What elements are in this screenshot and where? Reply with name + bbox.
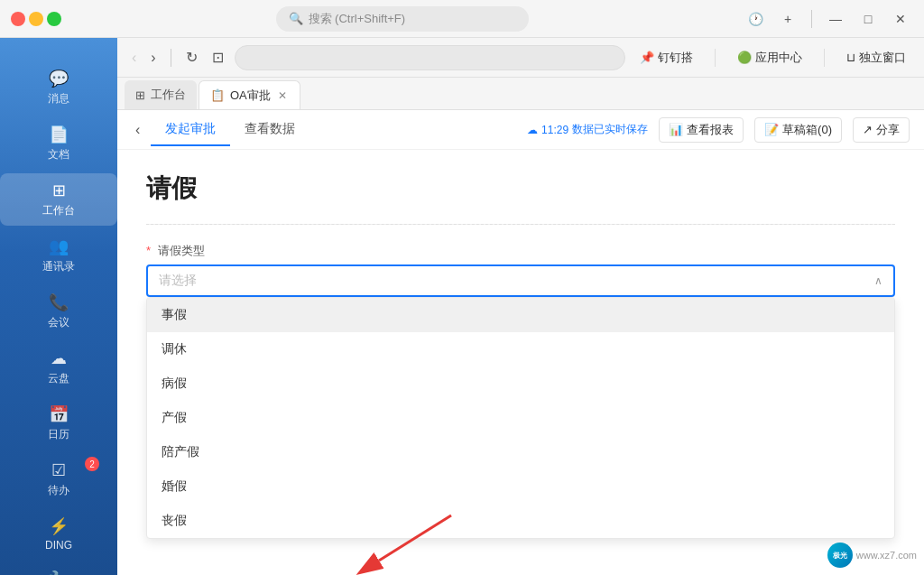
cloud-icon: ☁ — [527, 124, 538, 136]
sidebar: 💬 消息 📄 文档 ⊞ 工作台 👥 通讯录 📞 会议 ☁ 云盘 📅 日历 ☑ — [0, 38, 117, 575]
share-label: 分享 — [876, 122, 900, 138]
sidebar-item-label: 工作台 — [42, 203, 75, 218]
dropdown-item-tiaoxiu[interactable]: 调休 — [147, 332, 894, 366]
standalone-label: 独立窗口 — [859, 50, 906, 66]
app-center-icon: 🟢 — [737, 51, 752, 64]
add-tab-button[interactable]: + — [775, 6, 800, 32]
workbench-tab-label: 工作台 — [151, 87, 186, 103]
page-tabs: 发起审批 查看数据 — [151, 114, 310, 146]
watermark: 极光 www.xz7.com — [827, 543, 917, 568]
dropdown-item-peichanjia[interactable]: 陪产假 — [147, 435, 894, 469]
window-close[interactable]: ✕ — [888, 6, 913, 32]
save-text: 数据已实时保存 — [572, 122, 648, 137]
maximize-button[interactable] — [47, 12, 61, 26]
search-icon: 🔍 — [289, 12, 303, 25]
form-title: 请假 — [146, 172, 895, 206]
minimize-button[interactable] — [29, 12, 43, 26]
sidebar-item-label: 消息 — [48, 91, 69, 107]
watermark-logo: 极光 — [827, 543, 853, 568]
sidebar-item-cloud[interactable]: ☁ 云盘 — [0, 341, 117, 394]
window-minimize[interactable]: — — [823, 6, 848, 32]
required-marker: * — [146, 244, 151, 257]
tab-close-button[interactable]: ✕ — [276, 88, 289, 103]
titlebar-actions: 🕐 + — □ ✕ — [743, 6, 913, 32]
titlebar: 🔍 搜索 (Ctrl+Shift+F) 🕐 + — □ ✕ — [0, 0, 924, 38]
save-status: ☁ 11:29 数据已实时保存 — [527, 122, 648, 137]
dropdown-item-saijia[interactable]: 丧假 — [147, 504, 894, 538]
window-maximize[interactable]: □ — [855, 6, 881, 32]
tabs-bar: ⊞ 工作台 📋 OA审批 ✕ — [117, 78, 924, 110]
calendar-icon: 📅 — [49, 404, 69, 424]
dropdown-item-bingjia[interactable]: 病假 — [147, 366, 894, 401]
ding-icon: ⚡ — [49, 516, 69, 536]
sidebar-item-label: 待办 — [48, 483, 69, 498]
leave-type-select-wrapper: 请选择 ∧ 事假 调休 病假 产假 陪产假 婚假 丧假 — [146, 264, 895, 297]
draft-button[interactable]: 📝 草稿箱(0) — [754, 117, 842, 143]
oa-tab-label: OA审批 — [230, 88, 271, 104]
form-area: 请假 * 请假类型 请选择 ∧ 事假 调休 病假 — [117, 150, 924, 575]
page-toolbar: ‹ 发起审批 查看数据 ☁ 11:29 数据已实时保存 📊 查看报表 📝 草稿箱… — [117, 110, 924, 150]
sidebar-item-project[interactable]: 🔧 项目 — [0, 562, 117, 575]
select-placeholder: 请选择 — [159, 273, 197, 289]
close-button[interactable] — [11, 12, 25, 26]
workbench-tab-icon: ⊞ — [135, 88, 145, 102]
history-button[interactable]: 🕐 — [743, 6, 768, 32]
leave-type-dropdown: 事假 调休 病假 产假 陪产假 婚假 丧假 — [146, 297, 895, 539]
meeting-icon: 📞 — [49, 292, 69, 312]
dingtalk-button[interactable]: 📌 钉钉搭 — [633, 46, 700, 70]
message-icon: 💬 — [49, 69, 69, 88]
watermark-url: www.xz7.com — [856, 550, 917, 561]
nav-back-button[interactable]: ‹ — [128, 46, 140, 70]
sidebar-item-label: DING — [45, 539, 72, 552]
toolbar-divider — [715, 49, 716, 67]
browser-toolbar-right: 📌 钉钉搭 🟢 应用中心 ⊔ 独立窗口 — [633, 46, 913, 70]
page-toolbar-right: ☁ 11:29 数据已实时保存 📊 查看报表 📝 草稿箱(0) ↗ 分享 — [527, 117, 910, 143]
dingtalk-icon: 📌 — [640, 51, 654, 64]
nav-forward-button[interactable]: › — [147, 46, 159, 70]
dropdown-item-hunjia[interactable]: 婚假 — [147, 469, 894, 504]
sidebar-item-workbench[interactable]: ⊞ 工作台 — [0, 173, 117, 226]
sidebar-item-label: 云盘 — [48, 371, 69, 386]
share-icon: ↗ — [863, 123, 873, 136]
sidebar-item-contacts[interactable]: 👥 通讯录 — [0, 229, 117, 282]
sidebar-item-calendar[interactable]: 📅 日历 — [0, 397, 117, 450]
tab-oa-approval[interactable]: 📋 OA审批 ✕ — [199, 80, 300, 109]
sidebar-item-meeting[interactable]: 📞 会议 — [0, 285, 117, 338]
contacts-icon: 👥 — [49, 236, 69, 256]
leave-type-select[interactable]: 请选择 ∧ — [146, 264, 895, 297]
reload-button[interactable]: ↻ — [182, 45, 201, 70]
oa-tab-icon: 📋 — [210, 88, 225, 102]
draft-icon: 📝 — [764, 123, 779, 136]
search-placeholder: 搜索 (Ctrl+Shift+F) — [309, 11, 406, 27]
dropdown-item-shijia[interactable]: 事假 — [147, 298, 894, 332]
document-icon: 📄 — [49, 125, 69, 144]
sidebar-item-ding[interactable]: ⚡ DING — [0, 509, 117, 559]
tab-workbench[interactable]: ⊞ 工作台 — [125, 80, 197, 109]
global-search[interactable]: 🔍 搜索 (Ctrl+Shift+F) — [276, 6, 529, 32]
app-center-button[interactable]: 🟢 应用中心 — [730, 46, 809, 70]
sidebar-item-todo[interactable]: ☑ 待办 2 — [0, 453, 117, 505]
screenshot-button[interactable]: ⊡ — [208, 45, 227, 70]
sidebar-item-label: 日历 — [48, 427, 69, 442]
dropdown-item-chanjia[interactable]: 产假 — [147, 401, 894, 435]
window-controls — [11, 12, 61, 26]
sidebar-item-document[interactable]: 📄 文档 — [0, 117, 117, 170]
page-tab-view-data[interactable]: 查看数据 — [230, 114, 310, 146]
app-center-label: 应用中心 — [755, 50, 802, 66]
page-tab-initiate[interactable]: 发起审批 — [151, 114, 230, 146]
dingtalk-label: 钉钉搭 — [658, 50, 693, 66]
leave-type-label: * 请假类型 — [146, 243, 895, 259]
draft-label: 草稿箱(0) — [782, 122, 832, 138]
standalone-button[interactable]: ⊔ 独立窗口 — [839, 46, 913, 70]
report-button[interactable]: 📊 查看报表 — [659, 117, 744, 143]
page-back-button[interactable]: ‹ — [132, 118, 143, 142]
cloud-icon: ☁ — [51, 348, 67, 368]
chevron-up-icon: ∧ — [874, 274, 882, 287]
todo-badge: 2 — [85, 457, 99, 471]
workbench-icon: ⊞ — [52, 181, 66, 200]
report-label: 查看报表 — [687, 122, 734, 138]
sidebar-item-message[interactable]: 💬 消息 — [0, 61, 117, 114]
leave-type-field: * 请假类型 请选择 ∧ 事假 调休 病假 产假 陪产假 婚假 — [146, 243, 895, 297]
share-button[interactable]: ↗ 分享 — [853, 117, 910, 143]
url-bar[interactable] — [235, 45, 625, 70]
